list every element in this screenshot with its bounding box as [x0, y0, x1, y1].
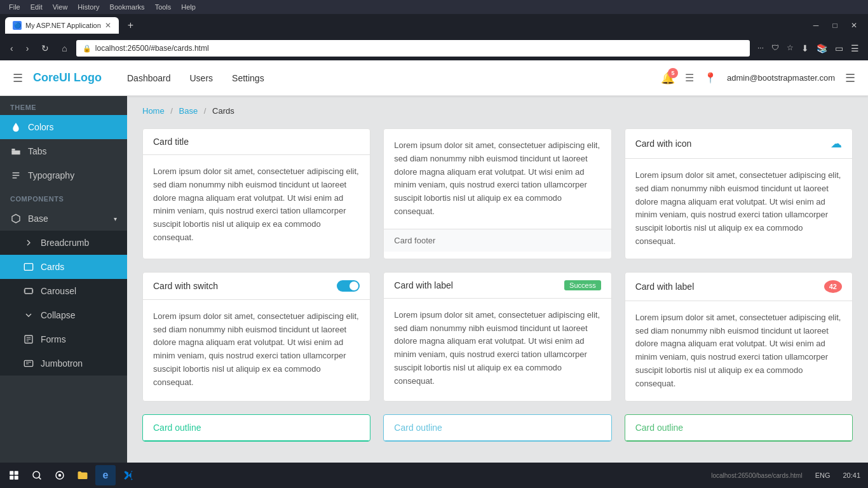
svg-rect-1	[11, 151, 20, 155]
forward-button[interactable]: ›	[22, 41, 33, 56]
svg-rect-5	[24, 360, 32, 366]
sidebar-item-label: Breadcrumb	[41, 238, 89, 248]
new-tab-button[interactable]: +	[124, 20, 137, 31]
nav-settings[interactable]: Settings	[232, 73, 264, 83]
nav-dashboard[interactable]: Dashboard	[127, 73, 171, 83]
card-no-header: Lorem ipsum dolor sit amet, consectetuer…	[383, 128, 611, 259]
right-hamburger-button[interactable]: ☰	[845, 71, 855, 85]
sidebar-item-jumbotron[interactable]: Jumbotron	[0, 351, 127, 376]
sidebar-item-label: Forms	[41, 334, 66, 344]
home-button[interactable]: ⌂	[58, 41, 71, 56]
theme-section-label: THEME	[0, 96, 127, 115]
file-explorer-icon[interactable]	[72, 465, 93, 485]
svg-rect-8	[10, 476, 13, 480]
cards-row-2: Card with switch Lorem ipsum dolor sit a…	[142, 272, 853, 402]
card-label-success: Card with label Success Lorem ipsum dolo…	[383, 272, 611, 402]
library-icon[interactable]: 📚	[814, 42, 830, 55]
list-icon[interactable]: ☰	[685, 72, 694, 84]
menu-view[interactable]: View	[48, 2, 73, 12]
reload-button[interactable]: ↻	[37, 41, 53, 56]
tab-close-button[interactable]: ✕	[105, 21, 111, 30]
browser-tab[interactable]: 🔵 My ASP.NET Application ✕	[5, 17, 119, 34]
sidebar-item-label: Base	[28, 214, 48, 224]
chevron-down-icon: ▾	[114, 215, 117, 222]
location-icon[interactable]: 📍	[704, 72, 717, 84]
taskbar-time: 20:41	[839, 470, 864, 480]
sidebar-item-typography[interactable]: Typography	[0, 163, 127, 187]
sidebar-item-breadcrumb[interactable]: Breadcrumb	[0, 231, 127, 255]
card-with-icon: Card with icon ☁ Lorem ipsum dolor sit a…	[625, 128, 853, 259]
card-outline-blue: Card outline	[383, 414, 611, 442]
address-bar: ‹ › ↻ ⌂ 🔒 localhost:26500/#base/cards.ht…	[0, 36, 868, 60]
toggle-switch[interactable]	[337, 280, 360, 292]
forms-icon	[23, 334, 34, 345]
card-body: Lorem ipsum dolor sit amet, consectetuer…	[625, 159, 852, 259]
menu-edit[interactable]: Edit	[25, 2, 48, 12]
breadcrumb-home[interactable]: Home	[142, 106, 165, 116]
svg-rect-0	[11, 149, 15, 151]
sidebar-item-carousel[interactable]: Carousel	[0, 279, 127, 303]
card-title: Card title	[153, 137, 189, 147]
sidebar-item-colors[interactable]: Colors	[0, 115, 127, 139]
svg-rect-6	[10, 471, 13, 475]
sidebar-toggle-icon[interactable]: ▭	[832, 42, 846, 55]
user-email[interactable]: admin@bootstrapmaster.com	[727, 73, 835, 83]
card-header: Card with switch	[143, 273, 370, 300]
back-button[interactable]: ‹	[6, 41, 17, 56]
more-button[interactable]: ···	[755, 42, 766, 55]
search-taskbar-button[interactable]	[27, 465, 47, 485]
menu-bookmarks[interactable]: Bookmarks	[105, 2, 150, 12]
breadcrumb: Home / Base / Cards	[142, 106, 853, 116]
notification-button[interactable]: 🔔 5	[661, 71, 675, 85]
cortana-button[interactable]	[50, 465, 70, 485]
sidebar-item-label: Collapse	[41, 310, 75, 320]
card-body: Lorem ipsum dolor sit amet, consectetuer…	[625, 301, 852, 401]
address-bar-actions: ··· 🛡 ☆ ⬇ 📚 ▭ ☰	[755, 42, 862, 55]
bookmark-icon[interactable]: ☆	[784, 42, 796, 55]
ie-icon[interactable]: e	[95, 465, 116, 485]
card-header: Card outline	[625, 415, 852, 441]
svg-point-12	[58, 474, 62, 477]
tab-title: My ASP.NET Application	[25, 22, 101, 29]
shield-icon: 🛡	[769, 42, 782, 55]
danger-badge: 42	[824, 280, 842, 293]
sidebar-item-label: Carousel	[41, 286, 76, 296]
taskbar-right: localhost:26500/base/cards.html ENG 20:4…	[707, 470, 864, 480]
minimize-button[interactable]: ─	[807, 18, 825, 32]
vscode-icon[interactable]	[118, 465, 139, 485]
sidebar-item-cards[interactable]: Cards	[0, 255, 127, 279]
close-button[interactable]: ✕	[845, 18, 863, 32]
sidebar-item-collapse[interactable]: Collapse	[0, 303, 127, 327]
card-title: Card outline	[635, 423, 684, 433]
window-controls: ─ □ ✕	[807, 18, 863, 32]
start-button[interactable]	[4, 465, 24, 485]
menu-history[interactable]: History	[72, 2, 104, 12]
sidebar-item-base[interactable]: Base ▾	[0, 207, 127, 231]
hamburger-menu-icon[interactable]: ☰	[848, 42, 862, 55]
card-title: Card with switch	[153, 281, 218, 291]
breadcrumb-base[interactable]: Base	[179, 106, 198, 116]
maximize-button[interactable]: □	[826, 18, 844, 32]
download-icon[interactable]: ⬇	[799, 42, 811, 55]
sidebar-item-label: Colors	[28, 122, 53, 132]
sidebar-toggle-button[interactable]: ☰	[13, 71, 23, 85]
card-header: Card outline	[143, 415, 370, 441]
taskbar-lang: ENG	[811, 470, 834, 480]
url-input[interactable]: 🔒 localhost:26500/#base/cards.html	[76, 40, 750, 57]
taskbar-left: e	[4, 465, 139, 485]
carousel-icon	[23, 285, 34, 297]
nav-users[interactable]: Users	[190, 73, 214, 83]
url-text: localhost:26500/#base/cards.html	[95, 44, 209, 53]
menu-help[interactable]: Help	[176, 2, 201, 12]
sidebar-item-tabs[interactable]: Tabs	[0, 139, 127, 163]
card-text: Lorem ipsum dolor sit amet, consectetuer…	[635, 169, 842, 248]
browser-chrome: 🔵 My ASP.NET Application ✕ + ─ □ ✕	[0, 14, 868, 36]
brand-logo: CoreUI Logo	[33, 71, 102, 85]
top-navbar: ☰ CoreUI Logo Dashboard Users Settings 🔔…	[0, 60, 868, 96]
menu-file[interactable]: File	[4, 2, 25, 12]
droplet-icon	[10, 121, 22, 133]
card-header: Card outline	[384, 415, 611, 441]
card-header: Card title	[143, 129, 370, 155]
sidebar-item-forms[interactable]: Forms	[0, 327, 127, 351]
menu-tools[interactable]: Tools	[150, 2, 177, 12]
